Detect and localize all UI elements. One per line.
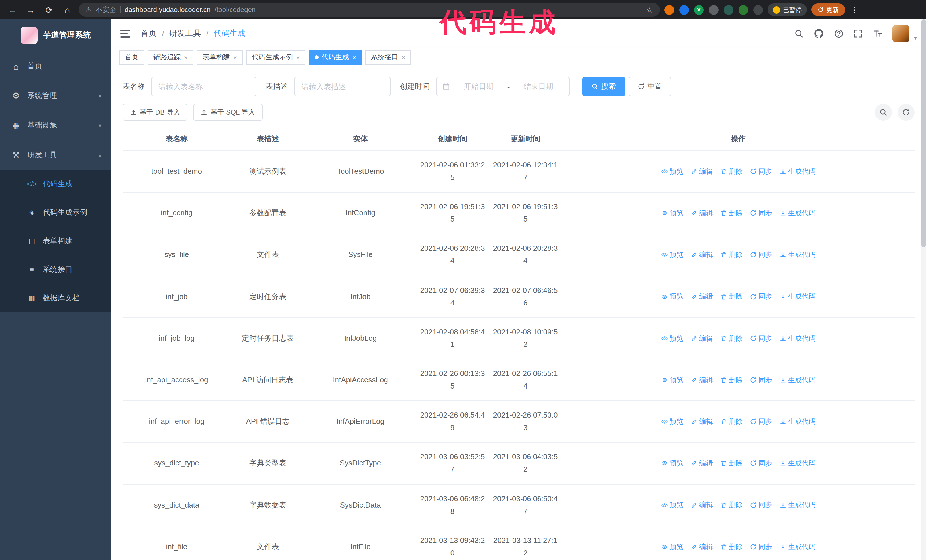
bookmark-star-icon[interactable]: ☆ — [646, 5, 653, 14]
address-bar[interactable]: ⚠ 不安全 dashboard.yudao.iocoder.cn /tool/c… — [79, 3, 660, 17]
extension-icon[interactable] — [724, 5, 733, 15]
sidebar-item-devtools[interactable]: ⚒ 研发工具 ▴ — [0, 140, 111, 170]
preview-link[interactable]: 预览 — [661, 499, 683, 511]
preview-link[interactable]: 预览 — [661, 332, 683, 344]
tab-close-icon[interactable]: × — [184, 54, 188, 61]
tab-home[interactable]: 首页 — [119, 50, 144, 65]
font-size-icon[interactable] — [873, 29, 882, 38]
table-name-input[interactable] — [151, 77, 256, 96]
edit-link[interactable]: 编辑 — [691, 207, 713, 219]
preview-link[interactable]: 预览 — [661, 457, 683, 469]
extension-icon[interactable] — [738, 5, 748, 15]
preview-link[interactable]: 预览 — [661, 374, 683, 386]
sync-link[interactable]: 同步 — [750, 291, 772, 302]
delete-link[interactable]: 删除 — [720, 499, 743, 511]
search-button[interactable]: 搜索 — [583, 77, 625, 96]
edit-link[interactable]: 编辑 — [691, 291, 713, 302]
sidebar-item-codegen-example[interactable]: ◈ 代码生成示例 — [0, 198, 111, 227]
sidebar-item-system-api[interactable]: ≡ 系统接口 — [0, 255, 111, 284]
generate-code-link[interactable]: 生成代码 — [779, 249, 816, 261]
tab-close-icon[interactable]: × — [296, 54, 300, 61]
generate-code-link[interactable]: 生成代码 — [779, 374, 816, 386]
preview-link[interactable]: 预览 — [661, 541, 683, 552]
edit-link[interactable]: 编辑 — [691, 541, 713, 552]
extension-icon[interactable] — [709, 5, 719, 15]
browser-menu-kebab-icon[interactable]: ⋮ — [850, 5, 860, 14]
delete-link[interactable]: 删除 — [720, 457, 743, 469]
delete-link[interactable]: 删除 — [720, 332, 743, 344]
scrollbar-track[interactable] — [921, 20, 926, 560]
sync-link[interactable]: 同步 — [750, 541, 772, 552]
refresh-table-button[interactable] — [897, 104, 915, 121]
sidebar-item-infra[interactable]: ▦ 基础设施 ▾ — [0, 110, 111, 140]
sync-link[interactable]: 同步 — [750, 374, 772, 386]
sync-link[interactable]: 同步 — [750, 499, 772, 511]
tab-close-icon[interactable]: × — [402, 54, 406, 61]
tab-tracing[interactable]: 链路追踪 × — [148, 50, 194, 65]
generate-code-link[interactable]: 生成代码 — [779, 166, 816, 177]
generate-code-link[interactable]: 生成代码 — [779, 291, 816, 302]
table-desc-input[interactable] — [294, 77, 391, 96]
github-icon[interactable] — [814, 29, 824, 39]
edit-link[interactable]: 编辑 — [691, 249, 713, 261]
preview-link[interactable]: 预览 — [661, 291, 683, 302]
extension-icon[interactable] — [679, 5, 689, 15]
search-icon[interactable] — [794, 29, 803, 38]
puzzle-extensions-icon[interactable] — [754, 5, 763, 15]
date-range-picker[interactable]: 开始日期 - 结束日期 — [436, 77, 570, 96]
preview-link[interactable]: 预览 — [661, 207, 683, 219]
delete-link[interactable]: 删除 — [720, 207, 743, 219]
security-label[interactable]: 不安全 — [96, 5, 116, 15]
generate-code-link[interactable]: 生成代码 — [779, 457, 816, 469]
preview-link[interactable]: 预览 — [661, 166, 683, 177]
tab-close-icon[interactable]: × — [353, 54, 356, 61]
avatar-caret-icon[interactable]: ▾ — [914, 35, 917, 42]
profile-paused-chip[interactable]: 已暂停 — [767, 3, 807, 16]
delete-link[interactable]: 删除 — [720, 291, 743, 302]
edit-link[interactable]: 编辑 — [691, 374, 713, 386]
delete-link[interactable]: 删除 — [720, 416, 743, 427]
sync-link[interactable]: 同步 — [750, 416, 772, 427]
scrollbar-thumb[interactable] — [921, 20, 926, 247]
edit-link[interactable]: 编辑 — [691, 416, 713, 427]
sidebar-item-codegen[interactable]: </> 代码生成 — [0, 170, 111, 198]
edit-link[interactable]: 编辑 — [691, 499, 713, 511]
app-logo[interactable]: 芋道管理系统 — [0, 20, 111, 51]
preview-link[interactable]: 预览 — [661, 249, 683, 261]
edit-link[interactable]: 编辑 — [691, 457, 713, 469]
delete-link[interactable]: 删除 — [720, 541, 743, 552]
tab-codegen-example[interactable]: 代码生成示例 × — [246, 50, 306, 65]
extension-icon[interactable] — [664, 5, 674, 15]
sync-link[interactable]: 同步 — [750, 166, 772, 177]
tab-system-api[interactable]: 系统接口 × — [365, 50, 411, 65]
generate-code-link[interactable]: 生成代码 — [779, 416, 816, 427]
preview-link[interactable]: 预览 — [661, 416, 683, 427]
sync-link[interactable]: 同步 — [750, 249, 772, 261]
delete-link[interactable]: 删除 — [720, 166, 743, 177]
generate-code-link[interactable]: 生成代码 — [779, 207, 816, 219]
tab-close-icon[interactable]: × — [233, 54, 237, 61]
breadcrumb-home[interactable]: 首页 — [141, 29, 157, 39]
generate-code-link[interactable]: 生成代码 — [779, 541, 816, 552]
reset-button[interactable]: 重置 — [628, 77, 671, 96]
breadcrumb-devtools[interactable]: 研发工具 — [169, 29, 201, 39]
tab-codegen[interactable]: 代码生成 × — [309, 50, 362, 65]
browser-update-button[interactable]: 更新 — [811, 3, 845, 16]
sidebar-item-db-docs[interactable]: ▦ 数据库文档 — [0, 284, 111, 312]
import-db-button[interactable]: 基于 DB 导入 — [123, 104, 188, 121]
edit-link[interactable]: 编辑 — [691, 332, 713, 344]
generate-code-link[interactable]: 生成代码 — [779, 332, 816, 344]
sync-link[interactable]: 同步 — [750, 457, 772, 469]
generate-code-link[interactable]: 生成代码 — [779, 499, 816, 511]
sidebar-toggle-icon[interactable] — [120, 30, 130, 37]
sync-link[interactable]: 同步 — [750, 332, 772, 344]
delete-link[interactable]: 删除 — [720, 249, 743, 261]
browser-home-icon[interactable]: ⌂ — [61, 3, 74, 17]
toggle-search-button[interactable] — [875, 104, 892, 121]
import-sql-button[interactable]: 基于 SQL 导入 — [194, 104, 262, 121]
browser-back-icon[interactable]: ← — [6, 3, 20, 17]
edit-link[interactable]: 编辑 — [691, 166, 713, 177]
browser-forward-icon[interactable]: → — [24, 3, 38, 17]
browser-reload-icon[interactable]: ⟳ — [42, 3, 56, 17]
user-avatar[interactable] — [893, 25, 909, 42]
